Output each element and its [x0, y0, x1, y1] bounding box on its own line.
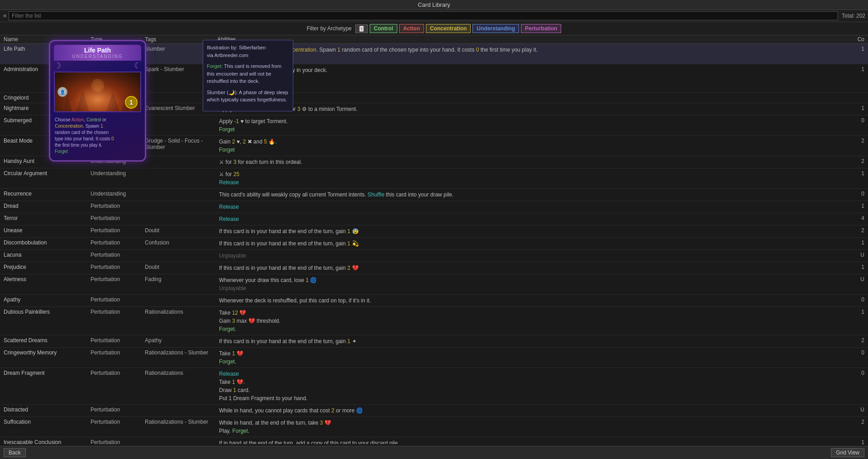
svg-marker-4 — [106, 92, 119, 111]
card-count: 2 — [850, 226, 868, 234]
card-abilities: If this card is in your hand at the end … — [217, 226, 850, 236]
card-abilities: Take 12 💔 Gain 3 max 💔 threshold. Forget… — [217, 308, 850, 334]
card-type: Perturbation — [91, 438, 145, 444]
card-name: Alertness — [0, 275, 91, 283]
card-abilities: ⚔ for 25 Release — [217, 169, 850, 187]
card-orb: 👤 — [57, 87, 67, 97]
filter-concentration-button[interactable]: Concentration — [426, 24, 471, 33]
card-tags: Fading — [145, 275, 217, 283]
card-abilities: If this card is in your hand at the end … — [217, 239, 850, 249]
table-row[interactable]: Dread Perturbation Release 1 — [0, 201, 868, 213]
card-tags — [145, 169, 217, 171]
card-name: Prejudice — [0, 263, 91, 271]
card-count: 1 — [850, 104, 868, 112]
card-abilities: This card's ability will weakly copy all… — [217, 190, 850, 200]
table-row[interactable]: Alertness Perturbation Fading Whenever y… — [0, 274, 868, 295]
card-body-text: Choose Action, Control or Concentration.… — [54, 115, 141, 157]
card-cost: 1 — [125, 96, 138, 109]
card-abilities: Apply -1 ♥ to target Torment. Forget — [217, 116, 850, 134]
window-title: Card Library — [418, 1, 450, 8]
title-bar: Card Library — [0, 0, 868, 10]
card-abilities: While in hand, at the end of the turn, t… — [217, 418, 850, 436]
card-tags — [145, 406, 217, 407]
bottom-bar: Back Grid View — [0, 446, 868, 459]
card-name: Apathy — [0, 296, 91, 304]
search-row: ✕ Total: 202 — [0, 10, 868, 22]
table-row[interactable]: Recurrence Understanding This card's abi… — [0, 189, 868, 201]
card-name: Unease — [0, 226, 91, 234]
card-count: U — [850, 406, 868, 414]
table-row[interactable]: Dream Fragment Perturbation Rationalizat… — [0, 368, 868, 405]
table-row[interactable]: Lacuna Perturbation Unplayable U — [0, 250, 868, 262]
card-abilities: Gain 2 ♥, 2 ✖ and 5 🔥. Forget — [217, 137, 850, 155]
table-row[interactable]: Cringeworthy Memory Perturbation Rationa… — [0, 348, 868, 368]
card-type: Perturbation — [91, 239, 145, 247]
filter-icon-button[interactable]: 🃏 — [355, 24, 368, 33]
card-tags: Confusion — [145, 239, 217, 247]
card-type: Perturbation — [91, 308, 145, 316]
card-preview-name: Life Path — [57, 47, 138, 54]
col-header-abilities: Abilities — [217, 36, 850, 43]
card-type: Perturbation — [91, 296, 145, 304]
card-type: Perturbation — [91, 202, 145, 210]
table-row[interactable]: Prejudice Perturbation Doubt If this car… — [0, 262, 868, 274]
card-abilities: Release Take 1 💔. Draw 1 card. Put 1 Dre… — [217, 369, 850, 403]
card-type: Perturbation — [91, 214, 145, 222]
card-count: 1 — [850, 308, 868, 316]
card-art: 👤 1 — [54, 72, 141, 112]
svg-point-1 — [63, 96, 133, 111]
card-count: 1 — [850, 65, 868, 73]
search-input[interactable] — [9, 11, 838, 20]
card-name: Discombobulation — [0, 239, 91, 247]
card-count: 1 — [850, 239, 868, 247]
table-row[interactable]: Scattered Dreams Perturbation Apathy If … — [0, 335, 868, 348]
table-row[interactable]: Terror Perturbation Release 4 — [0, 213, 868, 225]
back-button[interactable]: Back — [4, 448, 26, 457]
filter-label: Filter by Archetype — [307, 25, 352, 32]
filter-action-button[interactable]: Action — [399, 24, 424, 33]
table-row[interactable]: Circular Argument Understanding ⚔ for 25… — [0, 168, 868, 189]
card-abilities: If in hand at the end of the turn, add a… — [217, 438, 850, 444]
filter-control-button[interactable]: Control — [370, 24, 397, 33]
svg-point-6 — [91, 79, 105, 92]
card-tags: Doubt — [145, 263, 217, 271]
card-abilities: While in hand, you cannot play cards tha… — [217, 406, 850, 416]
svg-marker-3 — [76, 90, 89, 111]
table-row[interactable]: Suffocation Perturbation Rationalization… — [0, 417, 868, 437]
card-name: Scattered Dreams — [0, 336, 91, 344]
card-count: 0 — [850, 349, 868, 357]
card-abilities: Whenever the deck is reshuffled, put thi… — [217, 296, 850, 306]
card-count: 2 — [850, 157, 868, 165]
card-abilities: ⚔ for 3 for each turn in this ordeal. — [217, 157, 850, 167]
card-type: Understanding — [91, 169, 145, 177]
filter-perturbation-button[interactable]: Perturbation — [521, 24, 561, 33]
table-row[interactable]: Inescapable Conclusion Perturbation If i… — [0, 437, 868, 444]
card-count: 0 — [850, 190, 868, 198]
card-type: Perturbation — [91, 275, 145, 283]
card-count: 2 — [850, 336, 868, 344]
card-name: Inescapable Conclusion — [0, 438, 91, 444]
card-tags — [145, 190, 217, 191]
card-tags — [145, 438, 217, 440]
svg-point-7 — [93, 81, 102, 90]
card-abilities: Unplayable — [217, 251, 850, 261]
card-count — [850, 94, 868, 96]
table-row[interactable]: Apathy Perturbation Whenever the deck is… — [0, 295, 868, 307]
card-frame: Life Path UNDERSTANDING ☽ ☾ — [49, 40, 146, 162]
tooltip-credit: Illustration by: Silberfarbenvia Artbree… — [207, 44, 289, 59]
grid-view-button[interactable]: Grid View — [831, 448, 864, 457]
table-row[interactable]: Unease Perturbation Doubt If this card i… — [0, 225, 868, 238]
filter-understanding-button[interactable]: Understanding — [472, 24, 519, 33]
card-name: Cringeworthy Memory — [0, 349, 91, 357]
card-count: 0 — [850, 296, 868, 304]
table-row[interactable]: Discombobulation Perturbation Confusion … — [0, 238, 868, 250]
card-abilities: Choose Action, Control or Concentration.… — [217, 45, 850, 63]
table-row[interactable]: Dubious Painkillers Perturbation Rationa… — [0, 307, 868, 335]
clear-search-button[interactable]: ✕ — [3, 13, 7, 19]
table-row[interactable]: Distracted Perturbation While in hand, y… — [0, 405, 868, 417]
card-tags — [145, 202, 217, 204]
card-tags — [145, 214, 217, 216]
card-count: 1 — [850, 169, 868, 177]
card-type: Perturbation — [91, 406, 145, 414]
card-name: Dubious Painkillers — [0, 308, 91, 316]
